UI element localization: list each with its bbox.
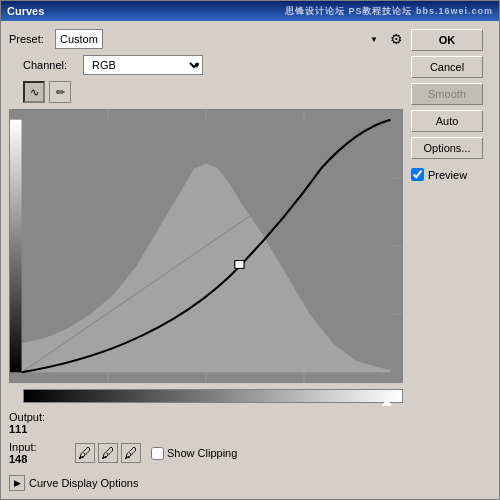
- show-clipping-checkbox[interactable]: [151, 447, 164, 460]
- preset-select-wrapper: Custom: [55, 29, 380, 49]
- right-panel: OK Cancel Smooth Auto Options... Preview: [411, 29, 491, 491]
- input-label: Input:: [9, 441, 69, 453]
- options-button[interactable]: Options...: [411, 137, 483, 159]
- watermark-text: 思锋设计论坛 PS教程技论坛 bbs.16wei.com: [285, 5, 493, 18]
- gradient-slider-row: [9, 389, 403, 405]
- gradient-slider[interactable]: [23, 389, 403, 403]
- input-value: 148: [9, 453, 69, 465]
- svg-rect-9: [10, 120, 22, 373]
- output-value: 111: [9, 423, 69, 435]
- channel-label: Channel:: [23, 59, 77, 71]
- preview-row: Preview: [411, 168, 491, 181]
- curve-options-row: ▶ Curve Display Options: [9, 471, 403, 491]
- preset-row: Preset: Custom ⚙: [9, 29, 403, 49]
- curve-container[interactable]: [9, 109, 403, 383]
- eyedropper-group: 🖊 🖊 🖊: [75, 443, 141, 463]
- auto-button[interactable]: Auto: [411, 110, 483, 132]
- black-eyedropper-button[interactable]: 🖊: [75, 443, 95, 463]
- ok-button[interactable]: OK: [411, 29, 483, 51]
- tools-row: ∿ ✏: [9, 81, 403, 103]
- title-bar: Curves 思锋设计论坛 PS教程技论坛 bbs.16wei.com: [1, 1, 499, 21]
- output-section: Output: 111: [9, 411, 69, 435]
- curve-tool-button[interactable]: ∿: [23, 81, 45, 103]
- output-row: Output: 111: [9, 411, 403, 435]
- cancel-button[interactable]: Cancel: [411, 56, 483, 78]
- curve-options-label: Curve Display Options: [29, 477, 138, 489]
- curves-dialog: Curves 思锋设计论坛 PS教程技论坛 bbs.16wei.com Pres…: [0, 0, 500, 500]
- show-clipping-label: Show Clipping: [167, 447, 237, 459]
- curve-graph: [10, 110, 402, 382]
- smooth-button[interactable]: Smooth: [411, 83, 483, 105]
- dialog-title: Curves: [7, 5, 285, 17]
- dialog-content: Preset: Custom ⚙ Channel: RGB Red Green …: [1, 21, 499, 499]
- pencil-tool-button[interactable]: ✏: [49, 81, 71, 103]
- channel-row: Channel: RGB Red Green Blue: [9, 55, 403, 75]
- input-section: Input: 148: [9, 441, 69, 465]
- settings-icon[interactable]: ⚙: [390, 31, 403, 47]
- preset-select[interactable]: Custom: [55, 29, 103, 49]
- preview-checkbox[interactable]: [411, 168, 424, 181]
- output-label: Output:: [9, 411, 69, 423]
- curve-options-expand-button[interactable]: ▶: [9, 475, 25, 491]
- left-panel: Preset: Custom ⚙ Channel: RGB Red Green …: [9, 29, 403, 491]
- channel-select[interactable]: RGB Red Green Blue: [83, 55, 203, 75]
- svg-rect-8: [235, 261, 244, 269]
- preset-label: Preset:: [9, 33, 49, 45]
- white-eyedropper-button[interactable]: 🖊: [121, 443, 141, 463]
- channel-select-wrapper: RGB Red Green Blue: [83, 55, 203, 75]
- show-clipping-group: Show Clipping: [151, 447, 237, 460]
- gray-eyedropper-button[interactable]: 🖊: [98, 443, 118, 463]
- input-eyedropper-row: Input: 148 🖊 🖊 🖊 Show Clipping: [9, 441, 403, 465]
- preview-label: Preview: [428, 169, 467, 181]
- slider-handle: [382, 398, 392, 406]
